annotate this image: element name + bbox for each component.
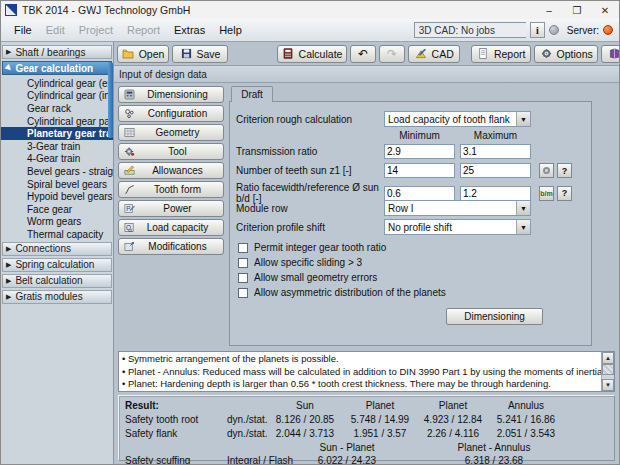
result-value: 6.318 / 23.68 [419, 455, 569, 465]
configuration-section-button[interactable]: Configuration [118, 105, 224, 122]
sidebar-item-cylindrical-gear-internal[interactable]: Cylindrical gear (internal) [1, 90, 113, 103]
teeth-suggestion-button[interactable] [539, 163, 554, 178]
cad-button[interactable]: CAD [408, 45, 460, 63]
dimensioning-icon [123, 88, 136, 100]
svg-text:P: P [126, 205, 130, 212]
allow-specific-sliding-checkbox[interactable] [238, 258, 248, 268]
open-folder-icon [122, 48, 135, 60]
sidebar-item-thermal-capacity[interactable]: Thermal capacity [1, 228, 113, 241]
result-value: 6.022 / 24.23 [272, 455, 422, 465]
pair-header-sun-planet: Sun - Planet [272, 442, 422, 453]
chevron-down-icon[interactable]: ▼ [516, 220, 530, 234]
permit-integer-ratio-checkbox[interactable] [238, 243, 248, 253]
load-capacity-section-button[interactable]: Qx Load capacity [118, 219, 224, 236]
sidebar-section-gear-calculation[interactable]: ▶ Gear calculation [2, 61, 112, 75]
safety-scuffing-label: Safety scuffing [125, 455, 190, 465]
sidebar-section-spring-calculation[interactable]: ▶ Spring calculation [2, 258, 112, 272]
transmission-ratio-min-input[interactable] [384, 144, 455, 159]
criterion-profile-select[interactable]: No profile shift ▼ [384, 219, 531, 235]
allow-asymmetric-checkbox[interactable] [238, 288, 248, 298]
teeth-sun-min-input[interactable] [384, 163, 455, 178]
facewidth-help-button[interactable]: ? [557, 186, 572, 201]
teeth-help-button[interactable]: ? [557, 163, 572, 178]
menu-file[interactable]: File [7, 22, 39, 38]
dimensioning-button[interactable]: Dimensioning [446, 308, 543, 325]
geometry-section-button[interactable]: Geometry [118, 124, 224, 141]
sidebar-section-gratis-modules[interactable]: ▶ Gratis modules [2, 290, 112, 304]
tool-gear-icon [123, 145, 136, 157]
menu-project: Project [72, 22, 120, 38]
chevron-down-icon[interactable]: ▼ [516, 201, 530, 215]
allow-specific-sliding-label: Allow specific sliding > 3 [254, 257, 362, 268]
sidebar-item-worm-gears[interactable]: Worm gears [1, 216, 113, 229]
maximize-button[interactable]: ❐ [563, 1, 591, 19]
scrollbar-thumb[interactable] [108, 62, 113, 138]
close-button[interactable]: ✕ [591, 1, 619, 19]
modifications-icon [123, 240, 136, 252]
facewidth-ratio-min-input[interactable] [384, 186, 455, 201]
transmission-ratio-max-input[interactable] [460, 144, 531, 159]
scroll-down-icon[interactable]: ▼ [602, 379, 614, 391]
app-logo-icon [5, 4, 17, 16]
sidebar-scrollbar[interactable] [108, 62, 113, 460]
calculate-button[interactable]: Calculate [277, 45, 347, 63]
help-book-icon [608, 48, 620, 60]
transmission-ratio-label: Transmission ratio [236, 146, 384, 157]
menu-bar: File Edit Project Report Extras Help 3D … [1, 19, 619, 42]
sidebar-item-gear-rack[interactable]: Gear rack [1, 102, 113, 115]
menu-help[interactable]: Help [212, 22, 249, 38]
save-disk-icon [180, 48, 193, 60]
tooth-form-section-button[interactable]: Tooth form [118, 181, 224, 198]
teeth-sun-max-input[interactable] [460, 163, 531, 178]
sidebar-section-shaft-bearings[interactable]: ▶ Shaft / bearings [2, 45, 112, 59]
sidebar-item-cylindrical-gear-pair[interactable]: Cylindrical gear pair [1, 115, 113, 128]
safety-flank-label: Safety flank [125, 428, 177, 439]
sidebar-item-4-gear-train[interactable]: 4-Gear train [1, 153, 113, 166]
sidebar-section-belt-calculation[interactable]: ▶ Belt calculation [2, 274, 112, 288]
sidebar-item-hypoid-bevel-gears[interactable]: Hypoid bevel gears [1, 190, 113, 203]
message-scrollbar[interactable]: ▲ ▼ [601, 352, 614, 391]
undo-button[interactable]: ↶ [350, 45, 376, 63]
chevron-down-icon[interactable]: ▼ [516, 112, 530, 126]
modifications-section-button[interactable]: Modifications [118, 238, 224, 255]
power-section-button[interactable]: P Power [118, 200, 224, 217]
sidebar-item-face-gear[interactable]: Face gear [1, 203, 113, 216]
report-button[interactable]: Report [471, 45, 531, 63]
options-button[interactable]: Options [534, 45, 598, 63]
tab-draft[interactable]: Draft [231, 86, 273, 102]
facewidth-ratio-max-input[interactable] [460, 186, 531, 201]
chevron-right-icon: ▶ [6, 245, 11, 253]
sidebar-item-bevel-gears[interactable]: Bevel gears - straight/helical [1, 165, 113, 178]
help-button[interactable]: Help [601, 45, 620, 63]
sidebar-item-cylindrical-gear-external[interactable]: Cylindrical gear (external) [1, 77, 113, 90]
module-sidebar: ▶ Shaft / bearings ▶ Gear calculation Cy… [1, 42, 114, 464]
message-box: • Symmetric arrangement of the planets i… [118, 351, 615, 392]
teeth-sun-label: Number of teeth sun z1 [-] [236, 165, 384, 176]
message-line: • Planet - Annulus: Reduced mass will be… [122, 366, 598, 379]
facewidth-module-button[interactable]: b/m [539, 186, 554, 201]
server-status-led [603, 25, 613, 35]
minimize-button[interactable]: – [535, 1, 563, 19]
tooth-form-icon [123, 183, 136, 195]
menu-extras[interactable]: Extras [167, 22, 212, 38]
scroll-up-icon[interactable]: ▲ [602, 352, 614, 364]
save-button[interactable]: Save [172, 45, 228, 63]
design-data-form: Draft Criterion rough calculation Load c… [229, 86, 615, 348]
tool-section-button[interactable]: Tool [118, 143, 224, 160]
module-row-select[interactable]: Row I ▼ [384, 200, 531, 216]
scrollbar-thumb[interactable] [602, 364, 614, 375]
criterion-rough-select[interactable]: Load capacity of tooth flank ▼ [384, 111, 531, 127]
permit-integer-ratio-label: Permit integer gear tooth ratio [254, 242, 386, 253]
open-button[interactable]: Open [117, 45, 169, 63]
sidebar-section-connections[interactable]: ▶ Connections [2, 242, 112, 256]
sidebar-item-spiral-bevel-gears[interactable]: Spiral bevel gears [1, 178, 113, 191]
info-button[interactable]: i [530, 22, 545, 38]
allow-geometry-errors-checkbox[interactable] [238, 273, 248, 283]
allowances-section-button[interactable]: Allowances [118, 162, 224, 179]
dimensioning-section-button[interactable]: Dimensioning [118, 86, 224, 103]
section-button-column: Dimensioning Configuration Geometry [118, 86, 224, 348]
result-panel: Result: Sun Planet Planet Annulus Safety… [118, 395, 615, 461]
sidebar-item-3-gear-train[interactable]: 3-Gear train [1, 140, 113, 153]
main-toolbar: Open Save Calculate ↶ ↷ CAD [114, 42, 619, 66]
sidebar-item-planetary-gear-train[interactable]: Planetary gear train [1, 127, 113, 140]
